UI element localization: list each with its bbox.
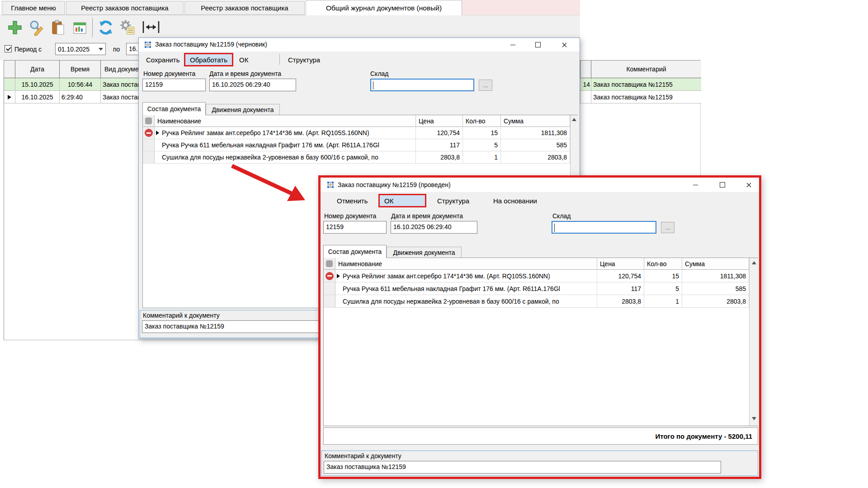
close-button[interactable] <box>741 179 756 190</box>
tab-document-journal[interactable]: Общий журнал документов (новый) <box>306 0 462 15</box>
menu-ok[interactable]: ОК <box>239 56 257 64</box>
item-row3-name[interactable]: Сушилка для посуды нержавейка 2-уровнева… <box>335 295 597 308</box>
refresh-icon[interactable] <box>96 18 116 37</box>
comment-input[interactable]: Заказ поставщика №12159 <box>324 461 721 474</box>
item-row1-sum[interactable]: 1811,308 <box>682 270 749 282</box>
journal-row2-tail[interactable] <box>580 91 591 103</box>
grid-header-qty[interactable]: Кол-во <box>463 115 501 127</box>
scroll-up-icon[interactable] <box>572 118 576 121</box>
grid-header-price[interactable]: Цена <box>416 115 463 127</box>
item-row3-price[interactable]: 2803,8 <box>597 295 644 308</box>
grid-header-price[interactable]: Цена <box>597 258 644 270</box>
item-row3-price[interactable]: 2803,8 <box>416 151 463 164</box>
item-row2-selector[interactable] <box>143 139 155 151</box>
item-row1-selector[interactable] <box>324 270 335 282</box>
journal-row1-comment[interactable]: Заказ поставщика №12155 <box>591 78 701 91</box>
journal-row2-selector[interactable] <box>4 91 15 103</box>
comment-label: Комментарий к документу <box>143 312 278 319</box>
journal-header-date[interactable]: Дата <box>15 61 60 78</box>
delete-row-icon[interactable] <box>326 272 334 280</box>
item-row2-price[interactable]: 117 <box>597 282 644 295</box>
scroll-up-icon[interactable] <box>752 261 756 264</box>
warehouse-browse-button[interactable]: ... <box>479 80 492 91</box>
delete-row-icon[interactable] <box>145 129 153 137</box>
menu-save[interactable]: Сохранить <box>146 56 185 64</box>
maximize-button[interactable] <box>715 179 730 190</box>
item-row3-selector[interactable] <box>324 295 335 308</box>
paste-icon[interactable] <box>49 18 68 37</box>
journal-row2-date[interactable]: 16.10.2025 <box>15 91 60 103</box>
menu-ok-highlighted[interactable]: ОК <box>378 194 426 207</box>
item-row2-qty[interactable]: 5 <box>463 139 501 151</box>
scroll-down-icon[interactable] <box>752 417 756 420</box>
dialog-draft-titlebar[interactable]: Заказ поставщику №12159 (черновик) <box>139 38 580 52</box>
item-row3-sum[interactable]: 2803,8 <box>501 151 570 164</box>
item-row3-sum[interactable]: 2803,8 <box>682 295 749 308</box>
maximize-button[interactable] <box>530 39 546 50</box>
minimize-button[interactable] <box>505 39 520 50</box>
tab-supplier-orders-2[interactable]: Реестр заказов поставщика <box>184 1 305 15</box>
tab-doc-movements[interactable]: Движения документа <box>206 104 280 115</box>
item-row2-name[interactable]: Ручка Ручка 611 мебельная накладная Граф… <box>335 282 597 295</box>
period-from-combo[interactable]: 01.10.2025 <box>55 43 106 55</box>
grid-header-name[interactable]: Наименование <box>155 115 416 127</box>
journal-header-comment[interactable]: Комментарий <box>591 61 701 78</box>
number-field[interactable]: 12159 <box>142 79 206 91</box>
view-edit-icon[interactable] <box>27 18 46 37</box>
item-row3-selector[interactable] <box>143 151 155 164</box>
item-row1-sum[interactable]: 1811,308 <box>501 127 570 139</box>
journal-row1-tail[interactable]: 14 <box>580 78 591 91</box>
menu-structure[interactable]: Структура <box>437 197 478 205</box>
item-row3-qty[interactable]: 1 <box>463 151 501 164</box>
item-row3-qty[interactable]: 1 <box>644 295 682 308</box>
fit-width-icon[interactable] <box>141 19 161 35</box>
journal-row1-selector[interactable] <box>4 78 15 91</box>
journal-row2-comment[interactable]: Заказ поставщика №12159 <box>591 91 701 103</box>
grid-header-qty[interactable]: Кол-во <box>644 258 682 270</box>
datetime-field[interactable]: 16.10.2025 06:29:40 <box>391 221 477 234</box>
grid-header-name[interactable]: Наименование <box>335 258 597 270</box>
item-row1-price[interactable]: 120,754 <box>597 270 644 282</box>
tab-doc-content[interactable]: Состав документа <box>142 102 206 115</box>
item-row1-price[interactable]: 120,754 <box>416 127 463 139</box>
settings-icon[interactable] <box>118 18 137 37</box>
tab-doc-movements[interactable]: Движения документа <box>387 247 462 258</box>
grid-scrollbar[interactable] <box>749 258 758 426</box>
tab-main-menu[interactable]: Главное меню <box>2 1 65 15</box>
grid-header-sum[interactable]: Сумма <box>682 258 749 270</box>
menu-process-highlighted[interactable]: Обработать <box>184 53 233 66</box>
item-row2-qty[interactable]: 5 <box>644 282 682 295</box>
warehouse-field[interactable] <box>370 79 474 91</box>
minimize-button[interactable] <box>688 179 703 190</box>
close-button[interactable] <box>557 39 572 50</box>
journal-row1-time[interactable]: 10:56:44 <box>60 78 101 91</box>
item-row1-name[interactable]: Ручка Рейлинг замак ант.серебро 174*14*3… <box>155 127 416 139</box>
tab-doc-content[interactable]: Состав документа <box>323 245 387 258</box>
datetime-label: Дата и время документа <box>209 70 281 77</box>
period-checkbox[interactable] <box>5 45 12 52</box>
item-row1-qty[interactable]: 15 <box>644 270 682 282</box>
item-row2-selector[interactable] <box>324 282 335 295</box>
dialog-posted-titlebar[interactable]: Заказ поставщику №12159 (проведен) <box>321 178 759 192</box>
journal-header-time[interactable]: Время <box>60 61 101 78</box>
datetime-field[interactable]: 16.10.2025 06:29:40 <box>209 79 296 91</box>
item-row1-selector[interactable] <box>143 127 155 139</box>
journal-row2-time[interactable]: 6:29:40 <box>60 91 101 103</box>
item-row2-price[interactable]: 117 <box>416 139 463 151</box>
warehouse-field[interactable] <box>552 221 656 234</box>
item-row1-name[interactable]: Ручка Рейлинг замак ант.серебро 174*14*3… <box>335 270 597 282</box>
item-row2-sum[interactable]: 585 <box>501 139 570 151</box>
warehouse-browse-button[interactable]: ... <box>661 222 675 233</box>
journal-row1-date[interactable]: 15.10.2025 <box>15 78 60 91</box>
item-row1-qty[interactable]: 15 <box>463 127 501 139</box>
excel-export-icon[interactable] <box>71 18 90 37</box>
item-row2-sum[interactable]: 585 <box>682 282 749 295</box>
menu-structure[interactable]: Структура <box>288 56 329 64</box>
menu-basis[interactable]: На основании <box>493 197 547 205</box>
grid-header-sum[interactable]: Сумма <box>501 115 570 127</box>
item-row2-name[interactable]: Ручка Ручка 611 мебельная накладная Граф… <box>155 139 416 151</box>
number-field[interactable]: 12159 <box>323 221 387 234</box>
tab-supplier-orders-1[interactable]: Реестр заказов поставщика <box>66 1 184 15</box>
add-icon[interactable] <box>5 18 24 37</box>
menu-cancel[interactable]: Отменить <box>337 197 373 205</box>
